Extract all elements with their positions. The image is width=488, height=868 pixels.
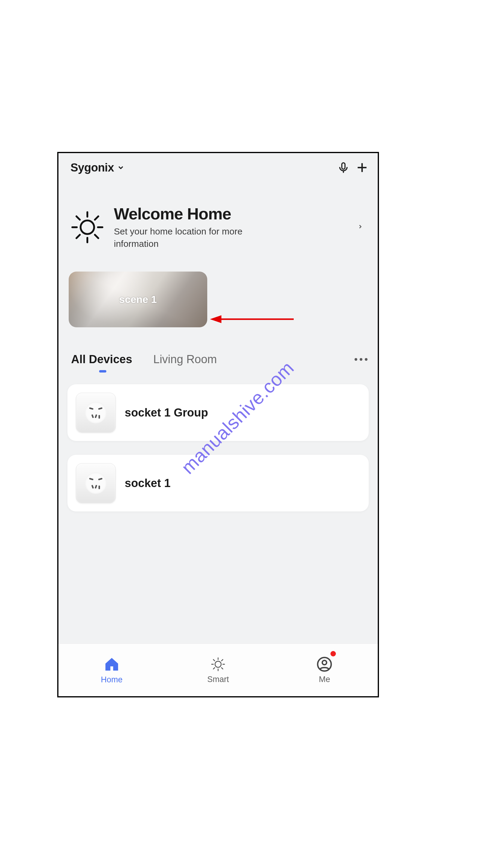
socket-icon	[76, 463, 116, 503]
svg-line-12	[95, 216, 98, 219]
tabs-more-button[interactable]	[355, 358, 367, 369]
nav-label: Me	[319, 675, 330, 684]
nav-smart[interactable]: Smart	[165, 644, 271, 696]
svg-line-20	[213, 668, 215, 669]
device-name-label: socket 1	[125, 477, 170, 490]
person-circle-icon	[316, 656, 332, 673]
home-name-label: Sygonix	[70, 161, 114, 174]
tab-living-room[interactable]: Living Room	[153, 353, 217, 374]
device-list: socket 1 Group socket 1	[59, 375, 378, 512]
welcome-text: Welcome Home Set your home location for …	[114, 204, 349, 250]
svg-line-19	[221, 668, 223, 669]
tab-all-devices[interactable]: All Devices	[71, 353, 132, 374]
scene-label: scene 1	[119, 293, 157, 305]
plus-icon	[355, 161, 369, 174]
mic-button[interactable]	[336, 160, 351, 175]
chevron-down-icon	[117, 164, 125, 172]
house-icon	[103, 656, 120, 673]
app-header: Sygonix	[59, 153, 378, 177]
nav-label: Smart	[207, 675, 229, 684]
welcome-title: Welcome Home	[114, 204, 349, 223]
nav-home[interactable]: Home	[59, 644, 165, 696]
svg-line-9	[76, 216, 80, 219]
mic-icon	[337, 161, 350, 174]
home-switcher[interactable]: Sygonix	[70, 161, 125, 174]
bottom-nav: Home Smart	[59, 644, 378, 696]
svg-line-18	[213, 659, 215, 661]
svg-line-11	[76, 235, 80, 238]
nav-me[interactable]: Me	[271, 644, 378, 696]
add-button[interactable]	[355, 160, 369, 175]
svg-point-23	[322, 660, 327, 664]
weather-sun-icon	[69, 209, 105, 245]
svg-line-21	[221, 659, 223, 661]
sun-outline-icon	[210, 656, 226, 673]
chevron-right-icon	[357, 222, 367, 232]
svg-line-10	[95, 235, 98, 238]
device-card[interactable]: socket 1 Group	[67, 384, 369, 441]
welcome-subtitle: Set your home location for more informat…	[114, 225, 270, 250]
device-name-label: socket 1 Group	[125, 406, 208, 419]
svg-point-4	[81, 220, 94, 234]
app-screen: Sygonix	[57, 152, 379, 698]
room-tabs: All Devices Living Room	[59, 353, 378, 375]
scene-card[interactable]: scene 1	[69, 272, 207, 327]
svg-rect-0	[342, 163, 345, 169]
notification-badge	[330, 651, 336, 656]
nav-label: Home	[101, 675, 123, 684]
svg-point-13	[215, 661, 221, 667]
socket-icon	[76, 393, 116, 433]
welcome-block[interactable]: Welcome Home Set your home location for …	[59, 177, 378, 253]
device-card[interactable]: socket 1	[67, 455, 369, 512]
